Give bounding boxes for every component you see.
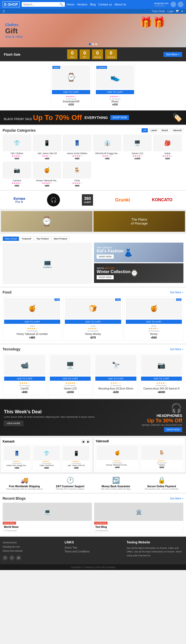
category-item[interactable]: 🍯 Honey Yabraudi Na... ★★★★☆ ৳680 (33, 162, 61, 187)
bf-shop-now[interactable]: SHOP NOW (110, 115, 129, 120)
food-see-more[interactable]: See More + (170, 291, 183, 294)
shipping-desc: Free shipping under for purchase above (3, 488, 46, 490)
food-chip-1: Chip (55, 298, 60, 301)
kamash-prod-1[interactable]: 👖 ★★★★☆ (3 Reviews) Indian Size Huggi Ne… (3, 445, 31, 470)
login-link[interactable]: Login (167, 10, 174, 13)
user-email: twogmail.com (154, 2, 168, 5)
kids-fashion-panel[interactable]: New Collection Kid's Fashion SHOP NOW 👗 (94, 243, 183, 262)
logo[interactable]: E-SHOP (3, 2, 20, 7)
tab-best-product[interactable]: Best Product (52, 236, 70, 241)
bf-decoration: 🏷️ (173, 113, 182, 122)
filter-all[interactable]: All (142, 128, 148, 132)
support-desc: Friendly 24/7 customer support (48, 488, 92, 490)
headphones-icon: 🎧 (142, 403, 182, 414)
deal-shop-now[interactable]: SHOP NOW (164, 427, 182, 432)
winter-collection-panel[interactable]: Sell On 60% OFF Winter Collection SHOP N… (94, 263, 183, 283)
timer-minutes: 0 Min (80, 49, 90, 59)
wishlist-icon[interactable]: ♡ (171, 2, 176, 7)
footer-link-2[interactable]: Terms and Conditions (65, 550, 121, 553)
dot-3[interactable] (95, 43, 97, 45)
yabroudi-reviews-1: (2 Reviews) (97, 462, 138, 464)
kamash-prev[interactable]: ◀ (81, 439, 85, 444)
tech-cart-2[interactable]: ADD TO CART (50, 377, 91, 381)
tech-name-2: Yamei LCD (50, 387, 91, 390)
add-to-cart-shoes[interactable]: ADD TO CART (96, 90, 134, 94)
cart-icon[interactable]: 🛒 (178, 2, 183, 7)
footer-link-1[interactable]: Green Two (65, 546, 121, 549)
blog-1[interactable]: 💻 World News World News 20 Septembar (3, 503, 92, 533)
food-img-1: 🍯 Chip (4, 298, 60, 319)
category-item[interactable]: 👔 DRAKKAR Foggy Ne... ★★★☆☆ ৳450 (93, 134, 122, 160)
kamash-prod-3[interactable]: 📱 ★★★★☆ (1 Reviews) Jab: Jeans 346 Oil ৳… (62, 445, 90, 470)
filter-yabraudi[interactable]: Yabraudi (171, 128, 183, 132)
category-item[interactable]: 📱 Jab: Jeans 346 Oil ★★★☆☆ ৳450 (33, 134, 61, 160)
category-item[interactable]: 📷 Camera ★★★★☆ ৳900 (3, 162, 31, 187)
book-banner[interactable]: The Plains of Passage (94, 211, 185, 232)
tab-featured[interactable]: Featured (20, 236, 34, 241)
tech-reviews-1: (5 Reviews) (4, 384, 45, 387)
yabroudi-prod-1[interactable]: 🍯 ★★★★☆ (2 Reviews) Honey Yabraudi 10 Nu… (96, 445, 139, 470)
winter-shop-now[interactable]: SHOP NOW (97, 275, 114, 279)
twitter-icon[interactable]: t (9, 555, 14, 560)
dot-1[interactable] (89, 43, 91, 45)
brand-headphones[interactable]: 🎧 (47, 193, 60, 206)
kids-shop-now[interactable]: SHOP NOW (97, 254, 114, 259)
blog-2[interactable]: 🏛️ Architecture Test Blog 20 Septembar (94, 503, 183, 533)
brand-koncato[interactable]: KONCATO (152, 198, 172, 202)
kamash-next[interactable]: ▶ (86, 439, 90, 444)
add-to-cart-watch[interactable]: ADD TO CART (52, 90, 90, 94)
brand-europa[interactable]: Europa Plus ★ (13, 197, 25, 203)
nav-contact[interactable]: Contact us (98, 3, 112, 6)
kamash-prod-2[interactable]: 👕 ★★★★☆ (3 Reviews) Yaitar TechFind ৳580 (32, 445, 61, 470)
food-reviews-2: (1 Reviews) (65, 330, 121, 332)
tab-new-arrival[interactable]: New Arrival (3, 236, 19, 241)
kamash-nav: ◀ ▶ (81, 439, 90, 444)
menu-icon[interactable]: ☰ (3, 10, 5, 13)
week-deal-section: This Week's Deal Lorem ipsum dolor sit a… (0, 399, 186, 436)
food-cart-3[interactable]: ADD TO CART (126, 320, 182, 324)
food-name-3: Honey (126, 333, 182, 335)
banner-decoration: 🎁🎁 (140, 16, 165, 28)
search-bar[interactable]: 🔍 (22, 2, 65, 7)
tech-cart-3[interactable]: ADD TO CART (95, 377, 136, 381)
tech-see-more[interactable]: See More + (170, 348, 183, 351)
nav-blog[interactable]: Blog (90, 3, 96, 6)
track-order-link[interactable]: Track Order (152, 10, 165, 13)
kamash-stars-3: ★★★★☆ (63, 460, 89, 462)
tech-cart-4[interactable]: ADD TO CART (141, 377, 182, 381)
header-right: twogmail.com onlineStore ♡ 🛒 (154, 2, 183, 7)
chevron-down-icon[interactable]: ▼ (181, 10, 183, 13)
search-input[interactable] (23, 3, 59, 6)
nav-about[interactable]: About Us (114, 3, 126, 6)
flash-sale-see-more[interactable]: See More + (164, 52, 182, 57)
food-title: Food (3, 290, 11, 294)
timer-hours: 0 Hour (67, 49, 78, 59)
deal-view-more[interactable]: VIEW MORE (4, 421, 23, 426)
brand-grunki[interactable]: Grunki (115, 197, 130, 203)
category-item[interactable]: 👕 T&F Clothes ★★★★☆ ৳500 (3, 134, 31, 160)
blogs-see-more[interactable]: See More + (170, 497, 183, 500)
filter-latest[interactable]: Latest (149, 128, 159, 132)
tab-top-product[interactable]: Top Product (34, 236, 51, 241)
brand-360-box[interactable]: 360 AUDIT (82, 194, 93, 206)
yabroudi-header: Yabroudi (96, 439, 183, 443)
search-icon[interactable]: 🔍 (59, 3, 63, 6)
category-item[interactable]: 🎒 Nukai ★★★★☆ ৳200 (153, 134, 182, 160)
yabroudi-prod-2[interactable]: 🪑 ★★★★☆ (8 Reviews) Honey ৳500 (140, 445, 183, 470)
facebook-icon[interactable]: f (3, 555, 8, 560)
category-item[interactable]: 🪑 Chair ★★★★☆ ৳900 (63, 162, 91, 187)
nav-vendors[interactable]: Vendors (77, 3, 87, 6)
product-card: ⌚ Watch ADD TO CART ★★★★☆ (5 Reviews) Sm… (50, 64, 92, 108)
filter-brand[interactable]: Brand (160, 128, 170, 132)
instagram-icon[interactable]: in (16, 555, 21, 560)
nav-home[interactable]: Home (67, 3, 74, 6)
food-cart-1[interactable]: ADD TO CART (4, 320, 60, 324)
category-item[interactable]: 👖 Jeans Kurtis Edition ★★★★☆ ৳690 (63, 134, 91, 160)
support-title: 24/7 Customer Support (48, 485, 92, 488)
watch-banner[interactable]: ⌚ (1, 211, 92, 232)
food-cart-2[interactable]: ADD TO CART (65, 320, 121, 324)
tech-cart-1[interactable]: ADD TO CART (4, 377, 45, 381)
footer-phone: 00000000000 (3, 541, 59, 545)
dot-2[interactable] (92, 43, 94, 45)
category-item[interactable]: 🖥️ Yamei LCD ★★★★☆ ৳1000 (123, 134, 152, 160)
